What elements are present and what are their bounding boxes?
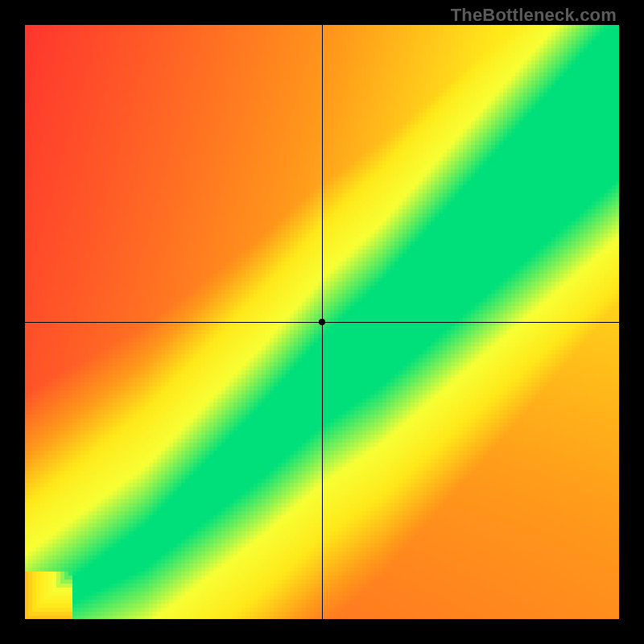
watermark-text: TheBottleneck.com: [451, 5, 617, 26]
plot-area: [24, 24, 620, 620]
chart-container: TheBottleneck.com: [0, 0, 644, 644]
selection-marker: [319, 319, 325, 325]
